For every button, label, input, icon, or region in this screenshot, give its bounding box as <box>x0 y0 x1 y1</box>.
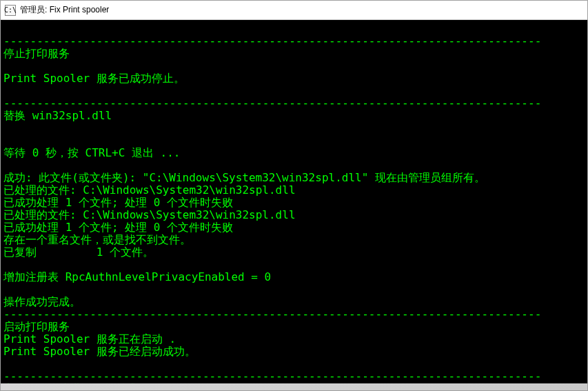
terminal-line: 操作成功完成。 <box>3 296 585 308</box>
cmd-icon: C:\ <box>5 5 16 16</box>
terminal-line <box>3 85 585 97</box>
terminal-line: Print Spooler 服务正在启动 . <box>3 333 585 345</box>
terminal-line: ----------------------------------------… <box>3 370 585 383</box>
app-window: C:\ 管理员: Fix Print spooler -------------… <box>0 0 588 391</box>
terminal-line: Print Spooler 服务已成功停止。 <box>3 72 585 85</box>
terminal-line: 已复制 1 个文件。 <box>3 246 585 259</box>
titlebar[interactable]: C:\ 管理员: Fix Print spooler <box>1 1 587 20</box>
terminal-line <box>3 134 585 147</box>
terminal-line <box>3 283 585 296</box>
terminal-line <box>3 23 585 35</box>
terminal-line: 等待 0 秒，按 CTRL+C 退出 ... <box>3 147 585 159</box>
terminal-line: 已成功处理 1 个文件; 处理 0 个文件时失败 <box>3 197 585 209</box>
terminal-line: 停止打印服务 <box>3 48 585 60</box>
terminal-line: 存在一个重名文件，或是找不到文件。 <box>3 234 585 246</box>
terminal-line: Print Spooler 服务已经启动成功。 <box>3 345 585 358</box>
terminal-line <box>3 159 585 172</box>
terminal-line: ----------------------------------------… <box>3 35 585 48</box>
taskbar-fragment <box>1 383 587 390</box>
window-title: 管理员: Fix Print spooler <box>20 4 109 16</box>
terminal-line <box>3 122 585 134</box>
terminal-line: 启动打印服务 <box>3 321 585 333</box>
terminal-line: 已处理的文件: C:\Windows\System32\win32spl.dll <box>3 209 585 221</box>
terminal-line: 已成功处理 1 个文件; 处理 0 个文件时失败 <box>3 221 585 234</box>
terminal-line: ----------------------------------------… <box>3 308 585 321</box>
terminal-line <box>3 358 585 370</box>
terminal-line <box>3 60 585 72</box>
terminal-line: ----------------------------------------… <box>3 97 585 110</box>
terminal-line <box>3 259 585 271</box>
terminal-output[interactable]: ----------------------------------------… <box>1 20 587 383</box>
terminal-line: 增加注册表 RpcAuthnLevelPrivacyEnabled = 0 <box>3 271 585 283</box>
terminal-line: 成功: 此文件(或文件夹): "C:\Windows\System32\win3… <box>3 172 585 184</box>
terminal-line: 已处理的文件: C:\Windows\System32\win32spl.dll <box>3 184 585 197</box>
terminal-line: 替换 win32spl.dll <box>3 110 585 122</box>
